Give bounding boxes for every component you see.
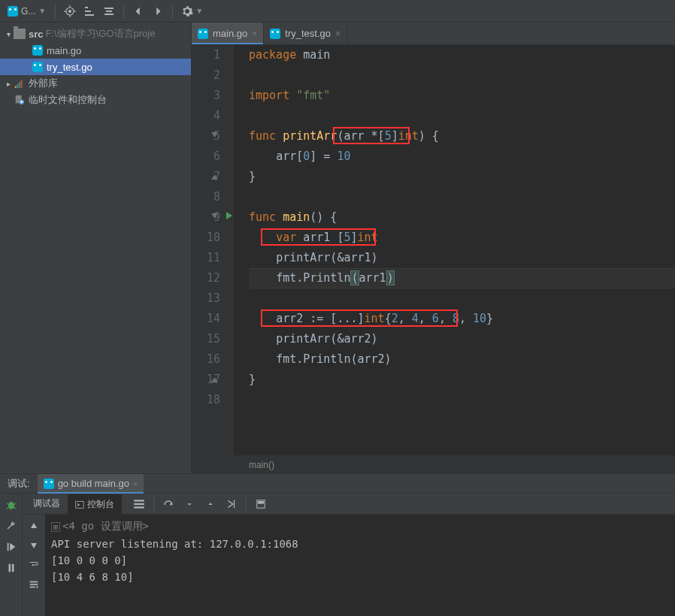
step-over-icon[interactable] [162,497,175,511]
down-arrow-icon[interactable] [26,537,42,554]
debug-right: 调试器 控制台 [23,494,675,616]
close-icon[interactable]: × [133,479,138,488]
file-label: main.go [47,45,81,56]
svg-rect-33 [30,581,38,583]
svg-rect-14 [19,82,20,88]
console-line: API server listening at: 127.0.0.1:1068 [51,536,669,552]
tab-try-test-go[interactable]: try_test.go × [264,23,347,44]
gear-icon[interactable] [179,3,195,20]
svg-rect-34 [30,584,38,585]
breadcrumb-bar[interactable]: main() [192,455,675,473]
console-left-toolbar [23,515,45,616]
tree-file-main[interactable]: main.go [0,42,191,59]
separator [123,4,124,19]
console-line: [10 0 0 0 0] [51,552,669,569]
threads-icon[interactable] [132,497,146,511]
pause-icon[interactable] [3,560,20,576]
tab-label: 控制台 [87,498,114,511]
code-editor[interactable]: 123456789101112131415161718 package main… [192,45,675,455]
chevron-down-icon[interactable]: ▼ [195,7,203,15]
main-split: ▾ src F:\编程学习\GO语言proje main.go try_test… [0,23,675,473]
scratches-label: 临时文件和控制台 [29,93,107,107]
up-arrow-icon[interactable] [26,518,42,534]
resume-icon[interactable] [3,539,20,555]
align-icon[interactable] [101,3,117,20]
close-icon[interactable]: × [252,29,257,39]
tab-label: try_test.go [285,28,331,39]
svg-rect-32 [259,501,264,503]
debug-tool-window: 调试: go build main.go × 调试器 [0,473,675,616]
back-icon[interactable] [130,3,147,20]
svg-rect-35 [30,587,35,588]
gopher-icon [44,479,54,489]
svg-line-22 [14,507,16,509]
evaluate-icon[interactable] [254,497,268,511]
svg-rect-15 [21,80,23,89]
chevron-right-icon[interactable]: ▸ [3,78,14,89]
debug-inner-tabs: 调试器 控制台 [23,494,675,515]
console-area: ⊞<4 go 设置调用> API server listening at: 12… [23,515,675,616]
bug-icon[interactable] [3,497,20,513]
svg-line-20 [14,503,16,505]
project-tool-window: ▾ src F:\编程学习\GO语言proje main.go try_test… [0,23,192,473]
debug-config-label: go build main.go [58,478,129,489]
svg-rect-9 [104,8,114,9]
editor-area: main.go × try_test.go × 1234567891011121… [192,23,675,473]
step-out-icon[interactable] [204,497,217,511]
library-icon [14,77,26,89]
svg-line-21 [7,507,9,509]
tree-root[interactable]: ▾ src F:\编程学习\GO语言proje [0,26,191,42]
run-config-selector[interactable]: G... ▼ [5,6,49,17]
console-line: [10 4 6 8 10] [51,569,669,585]
tree-external-libs[interactable]: ▸ 外部库 [0,75,191,92]
svg-rect-12 [15,86,17,89]
console-frame: ⊞<4 go 设置调用> [51,518,669,536]
editor-tabs: main.go × try_test.go × [192,23,675,45]
file-label: try_test.go [47,62,92,73]
forward-icon[interactable] [150,3,166,20]
line-number-gutter[interactable]: 123456789101112131415161718 [192,45,234,455]
tab-debugger[interactable]: 调试器 [26,494,68,514]
svg-rect-7 [85,11,91,12]
separator [55,4,56,19]
separator [153,497,154,511]
close-icon[interactable]: × [335,29,341,39]
folder-icon [14,29,26,39]
tree-file-trytest[interactable]: try_test.go [0,59,191,75]
step-into-icon[interactable] [183,497,196,511]
tree-scratches[interactable]: 临时文件和控制台 [0,92,191,108]
target-icon[interactable] [62,3,78,20]
svg-rect-8 [85,14,94,16]
breadcrumb-text: main() [249,460,274,470]
tab-main-go[interactable]: main.go × [192,23,264,44]
svg-line-19 [7,503,9,505]
console-output[interactable]: ⊞<4 go 设置调用> API server listening at: 12… [45,515,675,616]
scroll-to-end-icon[interactable] [26,576,42,593]
debug-config-tab[interactable]: go build main.go × [38,474,144,493]
svg-rect-6 [85,7,88,8]
gopher-icon [32,61,44,73]
structure-icon[interactable] [81,3,98,20]
debug-left-toolbar [0,494,23,616]
svg-rect-29 [134,506,144,508]
gopher-icon [270,29,280,39]
tab-console[interactable]: 控制台 [68,494,122,515]
debug-header: 调试: go build main.go × [0,474,675,494]
project-tree[interactable]: ▾ src F:\编程学习\GO语言proje main.go try_test… [0,23,191,108]
svg-point-1 [69,10,71,12]
svg-rect-24 [8,564,11,572]
tab-label: 调试器 [33,497,60,510]
gopher-icon [198,29,208,39]
soft-wrap-icon[interactable] [26,557,42,573]
root-name: src [29,29,44,40]
root-path: F:\编程学习\GO语言proje [46,27,156,41]
separator [246,497,247,511]
main-toolbar: G... ▼ ▼ [0,0,675,23]
run-to-cursor-icon[interactable] [225,497,238,511]
svg-rect-25 [11,564,14,572]
debug-body: 调试器 控制台 [0,494,675,616]
code-content[interactable]: package mainimport "fmt"func printArr(ar… [234,45,675,455]
wrench-icon[interactable] [3,518,20,534]
scratch-icon [14,94,26,106]
chevron-down-icon[interactable]: ▾ [3,29,14,39]
